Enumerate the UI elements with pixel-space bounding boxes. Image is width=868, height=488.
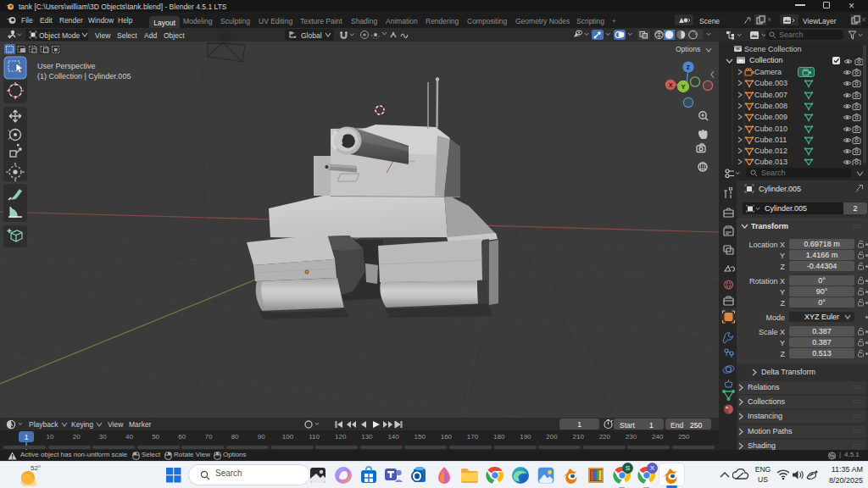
svg-text:Z: Z (687, 64, 691, 70)
svg-text:X: X (669, 82, 673, 88)
svg-text:Y: Y (681, 83, 685, 91)
